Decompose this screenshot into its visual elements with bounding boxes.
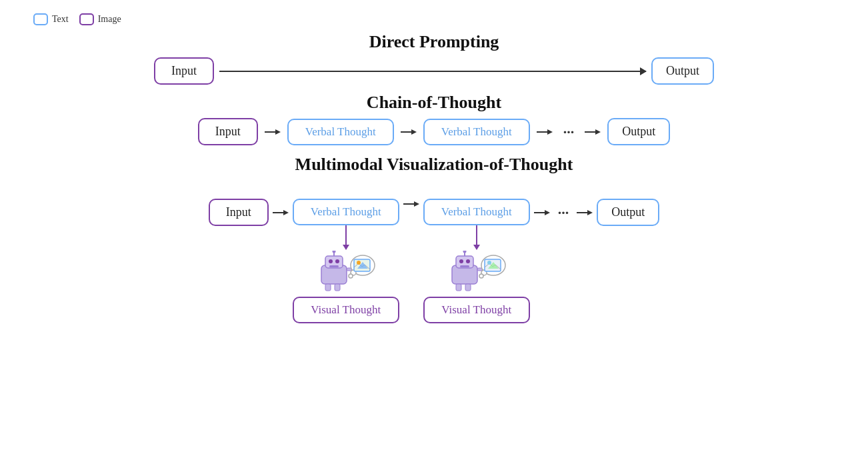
svg-rect-19 <box>335 284 340 291</box>
main-container: Text Image Direct Prompting Input Outp <box>0 0 868 460</box>
section-mvot: Multimodal Visualization-of-Thought Inpu… <box>27 155 841 323</box>
mvot-thought-block-1: Verbal Thought <box>293 180 399 323</box>
cot-title: Chain-of-Thought <box>367 93 501 113</box>
cot-output-box: Output <box>607 118 670 145</box>
mvot-robot-2-svg <box>447 251 507 294</box>
cot-arrow-3-svg <box>535 127 554 137</box>
mvot-input-box: Input <box>209 199 269 226</box>
mvot-verbal-2-box: Verbal Thought <box>423 199 530 225</box>
direct-prompting-title: Direct Prompting <box>369 32 499 52</box>
mvot-arrow-2-svg <box>402 199 421 209</box>
legend-image-item: Image <box>79 13 121 25</box>
svg-point-22 <box>349 274 353 278</box>
mvot-visual-1-box: Visual Thought <box>293 297 399 323</box>
cot-verbal-2-box: Verbal Thought <box>423 119 530 145</box>
svg-marker-45 <box>545 210 550 215</box>
mvot-output-box: Output <box>597 199 659 226</box>
mvot-connector-2-arrow <box>473 245 480 250</box>
legend-text-item: Text <box>33 13 69 25</box>
svg-marker-47 <box>587 210 593 215</box>
svg-point-24 <box>357 261 361 265</box>
svg-marker-3 <box>411 129 417 135</box>
cot-flow: Input Verbal Thought <box>198 118 671 145</box>
cot-input-box: Input <box>198 118 258 145</box>
svg-marker-9 <box>283 210 289 215</box>
mvot-connector-2 <box>476 225 477 249</box>
legend: Text Image <box>33 13 841 25</box>
svg-point-40 <box>479 274 483 278</box>
svg-rect-16 <box>329 265 339 267</box>
cot-dots: ··· <box>559 123 579 141</box>
mvot-thought-block-2: Verbal Thought <box>423 180 530 323</box>
cot-arrow-4-svg <box>583 127 602 137</box>
legend-text-label: Text <box>52 14 69 25</box>
section-cot: Chain-of-Thought Input Verbal Thought <box>27 93 841 145</box>
svg-rect-34 <box>460 265 469 267</box>
cot-arrow-2 <box>399 127 418 137</box>
mvot-arrow-3 <box>533 207 551 218</box>
mvot-arrow-4 <box>575 207 594 218</box>
svg-marker-27 <box>414 201 419 207</box>
mvot-arrow-1 <box>271 207 290 218</box>
cot-verbal-1-box: Verbal Thought <box>287 119 394 145</box>
svg-rect-37 <box>465 284 471 291</box>
sections-wrapper: Direct Prompting Input Output Chain-of-T… <box>27 32 841 447</box>
svg-rect-18 <box>325 284 331 291</box>
svg-rect-36 <box>456 284 461 291</box>
mvot-outer: Input Verbal Thought <box>209 180 660 323</box>
svg-point-15 <box>335 259 339 263</box>
mvot-robot-1 <box>316 251 376 294</box>
section-direct-prompting: Direct Prompting Input Output <box>27 32 841 85</box>
dp-long-arrow <box>219 71 646 72</box>
mvot-verbal-1-box: Verbal Thought <box>293 199 399 225</box>
svg-point-33 <box>466 259 470 263</box>
svg-point-31 <box>463 251 466 253</box>
mvot-arrow-3-svg <box>533 207 551 218</box>
svg-marker-5 <box>547 129 553 135</box>
mvot-robot-2 <box>447 251 507 294</box>
svg-marker-7 <box>595 129 601 135</box>
svg-point-32 <box>459 259 463 263</box>
svg-point-42 <box>487 261 491 265</box>
direct-prompting-flow: Input Output <box>154 57 714 85</box>
legend-image-label: Image <box>98 14 121 25</box>
cot-arrow-4 <box>583 127 602 137</box>
svg-point-14 <box>329 259 333 263</box>
svg-marker-1 <box>275 129 281 135</box>
mvot-visual-2-box: Visual Thought <box>423 297 530 323</box>
mvot-dots: ··· <box>554 204 573 221</box>
mvot-tail: ··· Output <box>530 199 660 226</box>
legend-text-box <box>33 13 48 25</box>
mvot-connector-1 <box>345 225 347 249</box>
dp-input-box: Input <box>154 57 214 85</box>
mvot-h-arrow-2 <box>399 199 423 209</box>
dp-output-box: Output <box>651 57 714 85</box>
cot-arrow-3 <box>535 127 554 137</box>
mvot-connector-1-arrow <box>343 245 349 250</box>
mvot-title: Multimodal Visualization-of-Thought <box>295 155 573 175</box>
mvot-arrow-1-svg <box>271 207 290 218</box>
legend-image-box <box>79 13 94 25</box>
cot-arrow-2-svg <box>399 127 418 137</box>
mvot-robot-1-svg <box>316 251 376 294</box>
mvot-arrow-4-svg <box>575 207 594 218</box>
dp-arrow-line <box>219 71 646 72</box>
mvot-input-group: Input <box>209 199 293 226</box>
svg-point-13 <box>332 251 335 253</box>
cot-arrow-1-svg <box>263 127 282 137</box>
cot-arrow-1 <box>263 127 282 137</box>
mvot-arrow-2 <box>402 199 421 209</box>
